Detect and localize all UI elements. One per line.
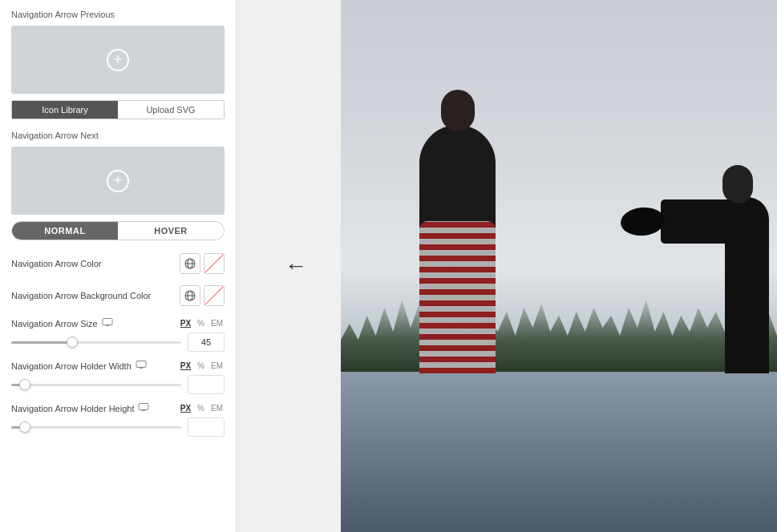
nav-arrow-holder-height-header: Navigation Arrow Holder Height PX % EM <box>11 402 225 414</box>
nav-arrow-color-label: Navigation Arrow Color <box>11 259 102 268</box>
camera-body <box>661 200 733 244</box>
unit-percent-width[interactable]: % <box>196 361 206 371</box>
nav-arrow-next-label: Navigation Arrow Next <box>11 131 225 140</box>
nav-arrow-holder-width-header: Navigation Arrow Holder Width PX % EM <box>11 360 225 372</box>
person-head <box>441 90 475 131</box>
nav-arrow-holder-width-label: Navigation Arrow Holder Width <box>11 361 132 371</box>
monitor-icon-height <box>138 402 149 414</box>
globe-icon-bg-color[interactable] <box>180 285 200 306</box>
unit-em-size[interactable]: EM <box>209 318 225 328</box>
nav-arrow-next-upload-area[interactable]: + <box>11 147 225 215</box>
unit-em-width[interactable]: EM <box>209 361 225 371</box>
unit-percent-size[interactable]: % <box>196 318 206 328</box>
nav-arrow-previous-tabs: Icon Library Upload SVG <box>11 100 225 119</box>
nav-arrow-holder-width-slider-row <box>11 375 225 394</box>
left-panel: Navigation Arrow Previous + Icon Library… <box>0 0 237 532</box>
mode-hover-btn[interactable]: HOVER <box>118 222 224 240</box>
unit-percent-height[interactable]: % <box>196 403 206 413</box>
main-preview-area: ← <box>237 0 777 532</box>
monitor-icon-width <box>136 360 147 372</box>
nav-arrow-size-label: Navigation Arrow Size <box>11 319 98 328</box>
photo-bg <box>341 0 777 532</box>
nav-arrow-holder-height-slider-row <box>11 417 225 437</box>
unit-em-height[interactable]: EM <box>209 403 225 413</box>
nav-arrow-size-slider[interactable] <box>11 341 181 344</box>
tab-upload-svg[interactable]: Upload SVG <box>118 101 224 119</box>
nav-arrow-color-row: Navigation Arrow Color <box>11 253 225 274</box>
nav-arrow-holder-height-units: PX % EM <box>179 403 225 413</box>
nav-arrow-size-header: Navigation Arrow Size PX % EM <box>11 317 225 329</box>
plus-icon-next: + <box>107 170 129 192</box>
nav-arrow-indicator: ← <box>285 253 307 279</box>
nav-arrow-bg-color-row: Navigation Arrow Background Color <box>11 285 225 306</box>
nav-arrow-holder-width-row: Navigation Arrow Holder Width PX % EM <box>11 360 225 394</box>
color-swatch-diagonal <box>204 254 224 273</box>
nav-arrow-size-row: Navigation Arrow Size PX % EM <box>11 317 225 352</box>
unit-px-width[interactable]: PX <box>179 361 192 371</box>
treeline-layer <box>341 292 777 372</box>
nav-arrow-holder-width-input[interactable] <box>188 375 225 394</box>
nav-arrow-holder-height-row: Navigation Arrow Holder Height PX % EM <box>11 402 225 437</box>
nav-arrow-holder-width-units: PX % EM <box>179 361 225 371</box>
globe-icon-color[interactable] <box>180 253 200 274</box>
nav-arrow-holder-height-label-wrap: Navigation Arrow Holder Height <box>11 402 149 414</box>
water-layer <box>341 372 777 532</box>
unit-px-height[interactable]: PX <box>179 403 192 413</box>
mode-tabs: NORMAL HOVER <box>11 221 225 240</box>
nav-arrow-bg-color-label: Navigation Arrow Background Color <box>11 291 151 300</box>
nav-arrow-previous-label: Navigation Arrow Previous <box>11 10 225 19</box>
nav-arrow-size-slider-row <box>11 332 225 352</box>
monitor-icon-size <box>102 317 113 329</box>
nav-arrow-size-units: PX % EM <box>179 318 225 328</box>
flag-jacket <box>419 221 496 373</box>
camera-lens <box>620 206 666 238</box>
color-swatch-bg-diagonal <box>204 286 224 305</box>
mode-normal-btn[interactable]: NORMAL <box>12 222 118 240</box>
svg-rect-12 <box>139 404 148 410</box>
svg-rect-6 <box>103 319 112 325</box>
nav-arrow-previous-upload-area[interactable]: + <box>11 26 225 94</box>
camera-person-head <box>722 165 753 204</box>
nav-arrow-bg-color-controls <box>180 285 225 306</box>
plus-icon: + <box>107 49 129 71</box>
nav-arrow-holder-height-slider[interactable] <box>11 426 181 429</box>
color-swatch-arrow[interactable] <box>204 253 225 274</box>
nav-arrow-size-label-wrap: Navigation Arrow Size <box>11 317 113 329</box>
nav-arrow-size-input[interactable] <box>188 332 225 352</box>
unit-px-size[interactable]: PX <box>179 318 192 328</box>
nav-arrow-holder-width-slider[interactable] <box>11 384 181 386</box>
svg-rect-9 <box>136 361 146 368</box>
color-swatch-bg[interactable] <box>204 285 225 306</box>
nav-arrow-holder-width-label-wrap: Navigation Arrow Holder Width <box>11 360 147 372</box>
nav-arrow-holder-height-label: Navigation Arrow Holder Height <box>11 404 134 413</box>
tab-icon-library[interactable]: Icon Library <box>12 101 118 119</box>
nav-arrow-holder-height-input[interactable] <box>188 417 225 437</box>
photo-container <box>341 0 777 532</box>
nav-arrow-color-controls <box>180 253 225 274</box>
